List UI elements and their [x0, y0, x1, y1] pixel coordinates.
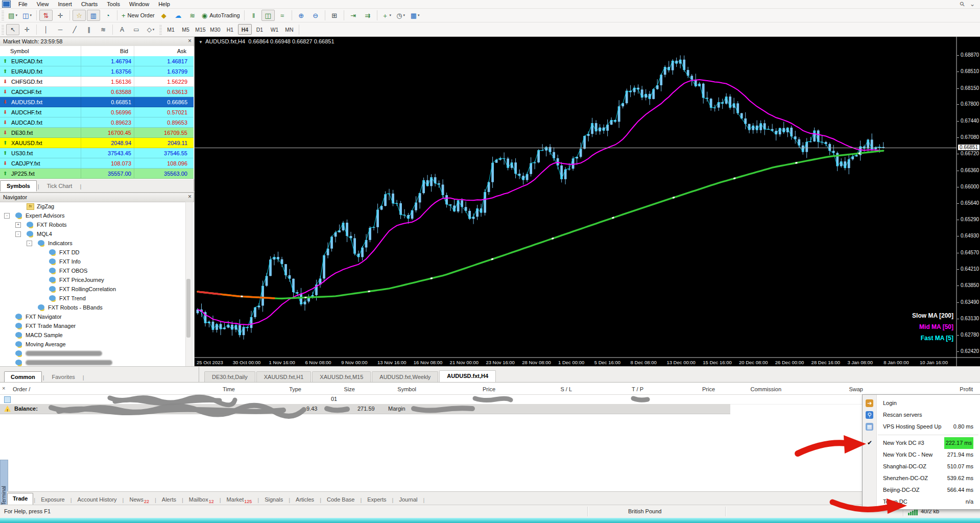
terminal-col-size[interactable]: Size	[344, 385, 355, 394]
tab-common[interactable]: Common	[4, 371, 42, 383]
collapse-icon[interactable]: -	[27, 241, 32, 246]
collapse-icon[interactable]: -	[15, 231, 21, 237]
terminal-col-commission[interactable]: Commission	[750, 385, 781, 394]
mql5-community-button[interactable]: ☁	[172, 10, 185, 21]
terminal-tab-alerts[interactable]: Alerts	[157, 494, 181, 505]
terminal-col-type[interactable]: Type	[289, 385, 301, 394]
tab-favorites[interactable]: Favorites	[45, 371, 82, 383]
terminal-col-swap[interactable]: Swap	[849, 385, 863, 394]
tree-item-fxt-robots---bbands[interactable]: FXT Robots - BBands	[0, 303, 185, 312]
tab-tick-chart[interactable]: Tick Chart	[40, 180, 79, 192]
search-icon[interactable]: ⚲	[958, 0, 966, 8]
terminal-tab-trade[interactable]: Trade	[7, 493, 33, 505]
collapse-icon[interactable]: ⌄	[970, 1, 975, 8]
terminal-col-tp[interactable]: T / P	[632, 385, 643, 394]
market-watch-row[interactable]: ⬇CADCHF.fxt0.635880.63613	[0, 87, 194, 97]
market-watch-row[interactable]: ⬇AUDUSD.fxt0.668510.66865	[0, 97, 194, 107]
tree-item-redacted[interactable]	[0, 358, 185, 366]
zoom-out-button[interactable]: ⊖	[309, 10, 322, 21]
menu-tools[interactable]: Tools	[102, 0, 125, 8]
zoom-in-button[interactable]: ⊕	[295, 10, 308, 21]
chart-tab-audusd-fxt-h4[interactable]: AUDUSD.fxt,H4	[439, 370, 496, 383]
chart-tab-audusd-fxt-weekly[interactable]: AUDUSD.fxt,Weekly	[372, 371, 438, 383]
market-watch-row[interactable]: ⬆XAUUSD.fxt2048.942049.11	[0, 138, 194, 148]
timeframe-h4[interactable]: H4	[238, 24, 252, 35]
tree-item-fxt-trade-manager[interactable]: FXT Trade Manager	[0, 321, 185, 330]
tile-windows-button[interactable]: ⊞	[328, 10, 341, 21]
terminal-col-time[interactable]: Time	[223, 385, 235, 394]
col-bid[interactable]: Bid	[120, 46, 128, 56]
terminal-col-price[interactable]: Price	[702, 385, 715, 394]
menu-item-new-york-dc-3[interactable]: ✔New York DC #3222.17 ms	[863, 437, 980, 449]
market-watch-row[interactable]: ⬇CHFSGD.fxt1.561361.56229	[0, 77, 194, 87]
timeframe-w1[interactable]: W1	[268, 24, 281, 35]
menu-item-beijing-dc-oz[interactable]: Beijing-DC-OZ566.44 ms	[863, 484, 980, 496]
menu-charts[interactable]: Charts	[77, 0, 102, 8]
terminal-tab-experts[interactable]: Experts	[362, 494, 391, 505]
line-chart-button[interactable]: ≈	[276, 10, 289, 21]
fibonacci-tool[interactable]: ≋	[97, 24, 110, 35]
market-watch-row[interactable]: ⬆EURCAD.fxt1.467941.46817	[0, 56, 194, 66]
market-watch-row[interactable]: ⬆EURAUD.fxt1.637561.63799	[0, 66, 194, 77]
candlestick-chart-button[interactable]: ◫	[261, 10, 275, 21]
metaeditor-button[interactable]: ◆	[157, 10, 171, 21]
tree-item-fxt-trend[interactable]: FXT Trend	[0, 294, 185, 303]
tree-item-zigzag[interactable]: fxZigZag	[0, 202, 185, 211]
menu-item-login[interactable]: ➜Login	[863, 397, 980, 409]
terminal-tab-account-history[interactable]: Account History	[73, 494, 122, 505]
tree-item-fxt-rollingcorrelation[interactable]: FXT RollingCorrelation	[0, 284, 185, 294]
menu-item-new-york-dc-new[interactable]: New York DC - New271.94 ms	[863, 449, 980, 461]
tree-item-redacted[interactable]	[0, 349, 185, 358]
navigator-toggle[interactable]: ☆	[73, 10, 86, 21]
market-watch-toggle[interactable]: ⇅	[39, 10, 53, 21]
label-tool[interactable]: ▭	[130, 24, 143, 35]
tab-symbols[interactable]: Symbols	[0, 180, 37, 192]
terminal-tab-journal[interactable]: Journal	[394, 494, 422, 505]
vertical-line-tool[interactable]: │	[39, 24, 53, 35]
cursor-tool[interactable]: ↖	[6, 24, 19, 35]
bar-chart-button[interactable]: ‖	[247, 10, 260, 21]
new-order-button[interactable]: +New Order	[120, 10, 156, 21]
chart-tab-xauusd-fxt-h1[interactable]: XAUUSD.fxt,H1	[256, 371, 312, 383]
templates-button[interactable]: ▦▾	[409, 10, 422, 21]
terminal-tab-market[interactable]: Market125	[222, 494, 257, 505]
terminal-tab-mailbox[interactable]: Mailbox12	[184, 494, 219, 505]
order-row[interactable]: 01	[0, 394, 980, 405]
market-watch-row[interactable]: ⬇AUDCHF.fxt0.569960.57021	[0, 107, 194, 117]
timeframe-h1[interactable]: H1	[223, 24, 237, 35]
signals-button[interactable]: ≋	[186, 10, 199, 21]
tree-item-macd-sample[interactable]: MACD Sample	[0, 330, 185, 340]
crosshair-tool[interactable]: ✛	[20, 24, 34, 35]
tree-item-fxt-dd[interactable]: FXT DD	[0, 248, 185, 257]
market-watch-row[interactable]: ⬇AUDCAD.fxt0.896230.89653	[0, 117, 194, 128]
terminal-toggle[interactable]: ▥	[87, 10, 100, 21]
tree-item-fxt-navigator[interactable]: FXT Navigator	[0, 312, 185, 321]
market-watch-row[interactable]: ⬆JP225.fxt35557.0035563.00	[0, 169, 194, 179]
timeframe-d1[interactable]: D1	[253, 24, 267, 35]
tree-item-expert-advisors[interactable]: -Expert Advisors	[0, 211, 185, 220]
menu-file[interactable]: File	[14, 0, 32, 8]
terminal-tab-articles[interactable]: Articles	[291, 494, 319, 505]
menu-item-vps-hosting-speed-up[interactable]: ▦VPS Hosting Speed Up0.80 ms	[863, 421, 980, 433]
tree-item-moving-average[interactable]: Moving Average	[0, 340, 185, 349]
menu-window[interactable]: Window	[125, 0, 154, 8]
chart-area[interactable]: ▼AUDUSD.fxt,H4 0.66864 0.66948 0.66827 0…	[195, 37, 980, 369]
market-watch-row[interactable]: ⬇CADJPY.fxt108.073108.096	[0, 158, 194, 169]
timeframe-m30[interactable]: M30	[208, 24, 222, 35]
menu-item-rescan-servers[interactable]: ⚲Rescan servers	[863, 409, 980, 421]
text-tool[interactable]: A	[115, 24, 129, 35]
market-watch-header[interactable]: SymbolBidAsk	[0, 46, 194, 57]
collapse-icon[interactable]: -	[4, 213, 10, 219]
new-chart-button[interactable]: ▤▾	[6, 10, 19, 21]
menu-insert[interactable]: Insert	[53, 0, 77, 8]
one-click-trading-icon[interactable]: ▼	[199, 40, 203, 44]
tree-item-fxt-robots[interactable]: +FXT Robots	[0, 220, 185, 229]
menu-item-shenzhen-dc-oz[interactable]: Shenzhen-DC-OZ539.62 ms	[863, 472, 980, 484]
channel-tool[interactable]: ∥	[82, 24, 95, 35]
autotrading-button[interactable]: ◉AutoTrading	[200, 10, 242, 21]
navigator-scrollbar[interactable]	[185, 202, 193, 367]
menu-help[interactable]: Help	[154, 0, 175, 8]
timeframe-m5[interactable]: M5	[179, 24, 193, 35]
periods-button[interactable]: ◷▾	[394, 10, 408, 21]
horizontal-line-tool[interactable]: ─	[54, 24, 67, 35]
